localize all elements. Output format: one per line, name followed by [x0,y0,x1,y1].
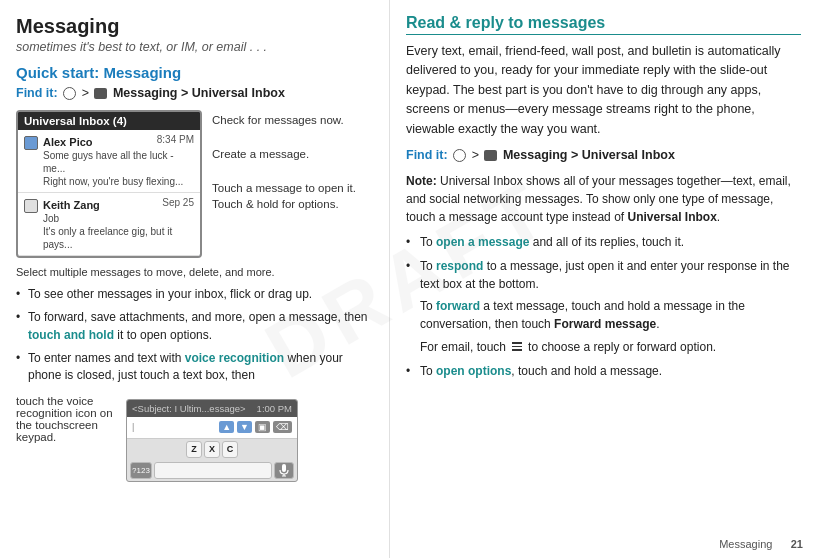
right-bullet-open-options: To open options, touch and hold a messag… [406,362,801,380]
select-note: Select multiple messages to move, delete… [16,266,373,278]
left-bullet-list: To see other messages in your inbox, fli… [16,286,373,385]
keyboard-compose-cursor: | [132,422,134,432]
keyboard-action-icons: ▲ ▼ ▣ ⌫ [219,421,292,433]
kb-key-x[interactable]: X [204,441,220,458]
msg-check-2[interactable] [24,199,38,213]
msg-preview-1b: Right now, you're busy flexing... [43,175,194,188]
keyboard-icon-down[interactable]: ▼ [237,421,252,433]
message-row-2[interactable]: Keith Zang Sep 25 Job It's only a freela… [18,193,200,256]
note-body: Universal Inbox shows all of your messag… [406,174,791,224]
respond-link: respond [436,259,483,273]
phone-title-bar: Universal Inbox (4) [18,112,200,130]
right-find-it: Find it: > Messaging > Universal Inbox [406,146,801,165]
open-options-link: open options [436,364,511,378]
msg-preview-2b: It's only a freelance gig, but it pays..… [43,225,194,251]
keyboard-row-main: Z X C [127,439,297,460]
annotation-2: Create a message. [212,146,373,162]
left-bullet-1: To see other messages in your inbox, fli… [16,286,373,303]
right-find-it-path: Messaging > Universal Inbox [503,148,675,162]
left-bullet-3: To enter names and text with voice recog… [16,350,373,385]
page-number-area: Messaging 21 [719,538,803,550]
msg-preview-2a: Job [43,212,194,225]
keyboard-icon-up[interactable]: ▲ [219,421,234,433]
keyboard-note: touch the voice recognition icon on the … [16,391,116,443]
kb-mic-button[interactable] [274,462,294,479]
kb-space-key[interactable] [154,462,272,479]
find-it-icon-msg [94,88,107,99]
msg-sender-2: Keith Zang Sep 25 [43,197,194,212]
forward-message-bold: Forward message [554,317,656,331]
msg-check-1[interactable] [24,136,38,150]
kb-num-key[interactable]: ?123 [130,462,152,479]
quick-start-heading: Quick start: Messaging [16,64,373,81]
right-find-it-icon-msg [484,150,497,161]
email-para-end: to choose a reply or forward option. [528,338,716,356]
msg-preview-1a: Some guys have all the luck - me... [43,149,194,175]
annotation-1: Check for messages now. [212,112,373,128]
right-note-block: Note: Universal Inbox shows all of your … [406,172,801,226]
forward-link: forward [436,299,480,313]
right-body-text-1: Every text, email, friend-feed, wall pos… [406,42,801,139]
find-it-path-text: Messaging > Universal Inbox [113,86,285,100]
note-end: . [717,210,720,224]
kb-key-z[interactable]: Z [186,441,202,458]
page-label: Messaging [719,538,772,550]
phone-title-text: Universal Inbox (4) [24,115,127,127]
voice-recognition-link: voice recognition [185,351,284,365]
message-row-1[interactable]: Alex Pico 8:34 PM Some guys have all the… [18,130,200,193]
find-it-path-separator: > [82,86,89,100]
keyboard-section: touch the voice recognition icon on the … [16,391,373,482]
right-column: Read & reply to messages Every text, ema… [390,0,817,558]
right-bullet-respond: To respond to a message, just open it an… [406,257,801,356]
right-bullet-list: To open a message and all of its replies… [406,233,801,380]
phone-mockup-wrapper: Universal Inbox (4) Alex Pico 8:34 PM So… [16,110,373,263]
keyboard-compose-area: | ▲ ▼ ▣ ⌫ [127,417,297,439]
email-para-start: For email, touch [420,338,506,356]
right-bullet-open-message: To open a message and all of its replies… [406,233,801,251]
page-num: 21 [791,538,803,550]
keyboard-icon-copy[interactable]: ▣ [255,421,270,433]
note-label: Note: [406,174,437,188]
msg-content-2: Keith Zang Sep 25 Job It's only a freela… [43,197,194,251]
left-column: Messaging sometimes it's best to text, o… [0,0,390,558]
right-find-it-icon-circle [453,149,466,162]
right-find-it-label: Find it: [406,148,448,162]
msg-time-2: Sep 25 [162,197,194,208]
email-menu-icon [510,342,524,351]
keyboard-icon-delete[interactable]: ⌫ [273,421,292,433]
note-bold-end: Universal Inbox [627,210,716,224]
find-it-icon-circle [63,87,76,100]
phone-mockup: Universal Inbox (4) Alex Pico 8:34 PM So… [16,110,202,258]
annotation-3: Touch a message to open it. Touch & hold… [212,180,373,212]
email-forward-para: For email, touch to choose a reply or fo… [420,338,801,356]
left-bullet-2: To forward, save attachments, and more, … [16,309,373,344]
forward-para: To forward a text message, touch and hol… [420,297,801,333]
left-find-it: Find it: > Messaging > Universal Inbox [16,84,373,103]
right-section-heading: Read & reply to messages [406,14,801,35]
msg-content-1: Alex Pico 8:34 PM Some guys have all the… [43,134,194,188]
msg-sender-1: Alex Pico 8:34 PM [43,134,194,149]
touch-hold-link: touch and hold [28,328,114,342]
open-message-link: open a message [436,235,529,249]
kb-key-c[interactable]: C [222,441,238,458]
page: Messaging sometimes it's best to text, o… [0,0,817,558]
keyboard-mockup: <Subject: I Ultim...essage> 1:00 PM | ▲ … [126,399,298,482]
keyboard-input-bar: <Subject: I Ultim...essage> 1:00 PM [127,400,297,417]
find-it-label: Find it: [16,86,58,100]
keyboard-bottom-row: ?123 [127,460,297,481]
keyboard-time: 1:00 PM [257,403,292,414]
microphone-icon [278,464,290,477]
msg-time-1: 8:34 PM [157,134,194,145]
svg-rect-0 [282,464,286,472]
keyboard-subject: <Subject: I Ultim...essage> [132,403,246,414]
left-section-subtitle: sometimes it's best to text, or IM, or e… [16,40,373,54]
mockup-annotations: Check for messages now. Create a message… [212,110,373,230]
left-section-title: Messaging [16,14,373,38]
